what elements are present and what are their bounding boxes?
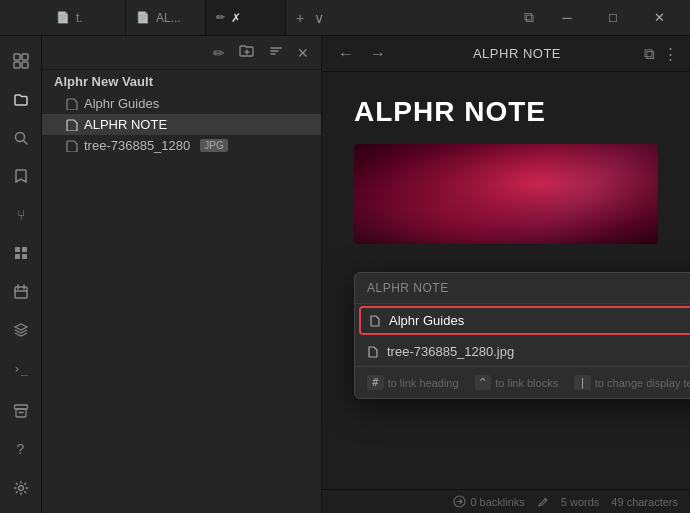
dropdown-item-0[interactable]: Alphr Guides <box>359 306 690 335</box>
status-bar: 0 backlinks 5 words 49 characters <box>322 489 690 513</box>
view-controls: ⧉ <box>514 7 544 28</box>
tab-3[interactable]: ✏ ✗ <box>206 0 286 35</box>
dropdown-file-icon-0 <box>369 315 381 327</box>
svg-rect-1 <box>22 54 28 60</box>
tab-1-label: t. <box>76 11 83 25</box>
file-item-image[interactable]: tree-736885_1280 JPG <box>42 135 321 156</box>
reading-mode-icon[interactable]: ⧉ <box>644 45 655 63</box>
terminal-icon[interactable]: ›_ <box>3 351 39 385</box>
tab-dropdown-button[interactable]: ∨ <box>310 8 328 28</box>
backlinks-icon <box>453 495 466 508</box>
grid-icon[interactable] <box>3 236 39 270</box>
back-button[interactable]: ← <box>334 42 358 66</box>
new-folder-icon[interactable] <box>235 42 259 63</box>
file-icon-note <box>66 119 78 131</box>
hint-key-caret: ^ <box>475 375 492 390</box>
dropdown-hint: # to link heading ^ to link blocks | to … <box>355 366 690 398</box>
close-panel-icon[interactable]: ✕ <box>293 43 313 63</box>
window-close-button[interactable]: ✕ <box>636 0 682 36</box>
file-name-guides: Alphr Guides <box>84 96 159 111</box>
icon-sidebar: ⑂ ›_ <box>0 36 42 513</box>
file-name-note: ALPHR NOTE <box>84 117 167 132</box>
dropdown-item-1[interactable]: tree-736885_1280.jpg <box>355 337 690 366</box>
search-icon[interactable] <box>3 121 39 155</box>
hint-text-display: to change display text <box>595 377 690 389</box>
note-title: ALPHR NOTE <box>354 96 658 128</box>
new-tab-button[interactable]: + <box>292 8 308 28</box>
tab-3-label: ✗ <box>231 11 241 25</box>
hint-text-blocks: to link blocks <box>495 377 558 389</box>
svg-rect-7 <box>22 247 27 252</box>
layout-icon[interactable] <box>3 44 39 78</box>
svg-rect-10 <box>15 287 27 298</box>
hint-key-pipe: | <box>574 375 591 390</box>
tabs-area: 📄 t. 📄 AL... ✏ ✗ + ∨ ⧉ <box>42 0 544 35</box>
backlinks-count: 0 backlinks <box>470 496 524 508</box>
help-icon[interactable]: ? <box>3 432 39 466</box>
svg-point-17 <box>18 485 23 490</box>
svg-rect-9 <box>22 254 27 259</box>
hint-text-heading: to link heading <box>388 377 459 389</box>
edit-icon-status <box>537 496 549 508</box>
word-count: 5 words <box>561 496 600 508</box>
tab-1-icon: 📄 <box>56 11 70 24</box>
tab-1[interactable]: 📄 t. <box>46 0 126 35</box>
editor-toolbar-right: ⧉ ⋮ <box>644 45 678 63</box>
file-icon-image <box>66 140 78 152</box>
hint-blocks: ^ to link blocks <box>475 375 559 390</box>
maximize-button[interactable]: □ <box>590 0 636 36</box>
file-icon-guides <box>66 98 78 110</box>
calendar-icon[interactable] <box>3 275 39 309</box>
word-count-status: 5 words <box>561 496 600 508</box>
folder-icon[interactable] <box>3 82 39 116</box>
editor-content[interactable]: ALPHR NOTE ALPHR NOTE Alphr Guides tree-… <box>322 72 690 489</box>
svg-rect-6 <box>15 247 20 252</box>
git-branch-icon[interactable]: ⑂ <box>3 198 39 232</box>
tab-3-icon: ✏ <box>216 11 225 24</box>
file-name-image: tree-736885_1280 <box>84 138 190 153</box>
forward-button[interactable]: → <box>366 42 390 66</box>
editor-title: ALPHR NOTE <box>398 46 636 61</box>
char-count-status: 49 characters <box>611 496 678 508</box>
svg-rect-2 <box>14 62 20 68</box>
more-options-icon[interactable]: ⋮ <box>663 45 678 63</box>
svg-rect-0 <box>14 54 20 60</box>
autocomplete-dropdown: ALPHR NOTE Alphr Guides tree-736885_1280… <box>354 272 690 399</box>
dropdown-item-label-0: Alphr Guides <box>389 313 464 328</box>
bookmark-icon[interactable] <box>3 159 39 193</box>
char-count: 49 characters <box>611 496 678 508</box>
vault-name: Alphr New Vault <box>42 70 321 93</box>
layers-icon[interactable] <box>3 313 39 347</box>
file-item-note[interactable]: ALPHR NOTE <box>42 114 321 135</box>
settings-icon[interactable] <box>3 471 39 505</box>
note-image <box>354 144 658 244</box>
file-panel: ✏ ✕ Alphr New Vault A <box>42 36 322 513</box>
dropdown-file-icon-1 <box>367 346 379 358</box>
tab-2[interactable]: 📄 AL... <box>126 0 206 35</box>
new-note-icon[interactable]: ✏ <box>209 43 229 63</box>
tab-controls: + ∨ <box>286 8 334 28</box>
minimize-button[interactable]: ─ <box>544 0 590 36</box>
file-panel-toolbar: ✏ ✕ <box>42 36 321 70</box>
editor-toolbar: ← → ALPHR NOTE ⧉ ⋮ <box>322 36 690 72</box>
svg-rect-3 <box>22 62 28 68</box>
backlinks-status[interactable]: 0 backlinks <box>453 495 524 508</box>
pencil-icon <box>537 496 549 508</box>
svg-rect-8 <box>15 254 20 259</box>
hint-key-hash: # <box>367 375 384 390</box>
svg-line-5 <box>23 141 27 145</box>
main-layout: ⑂ ›_ <box>0 36 690 513</box>
dropdown-item-label-1: tree-736885_1280.jpg <box>387 344 514 359</box>
sort-icon[interactable] <box>265 42 287 63</box>
archive-icon[interactable] <box>3 394 39 428</box>
split-view-button[interactable]: ⧉ <box>520 7 538 28</box>
file-item-guides[interactable]: Alphr Guides <box>42 93 321 114</box>
tab-2-label: AL... <box>156 11 181 25</box>
editor-area: ← → ALPHR NOTE ⧉ ⋮ ALPHR NOTE ALPHR NOTE… <box>322 36 690 513</box>
window-controls: ─ □ ✕ <box>544 0 690 36</box>
file-badge-jpg: JPG <box>200 139 227 152</box>
dropdown-header: ALPHR NOTE <box>355 273 690 304</box>
hint-heading: # to link heading <box>367 375 459 390</box>
tab-2-icon: 📄 <box>136 11 150 24</box>
hint-display: | to change display text <box>574 375 690 390</box>
